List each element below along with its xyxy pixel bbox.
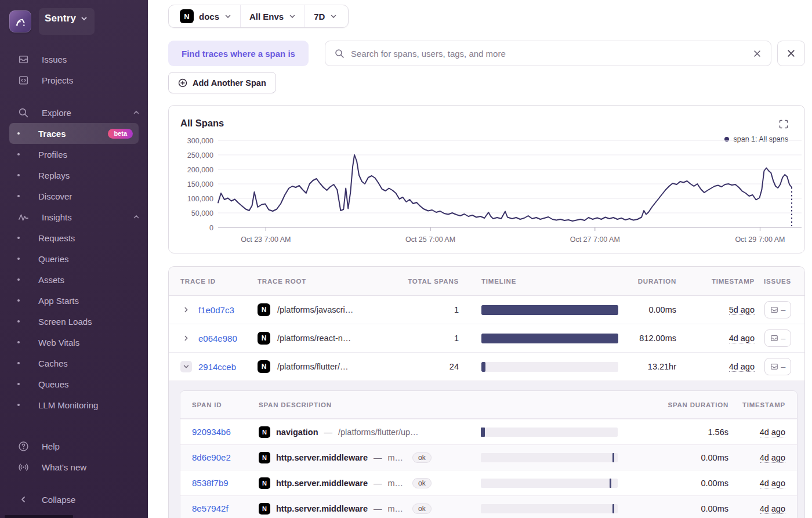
span-id-link[interactable]: 920934b6 xyxy=(192,427,259,437)
sidebar-item-label: Queues xyxy=(38,379,69,389)
find-traces-label[interactable]: Find traces where a span is xyxy=(168,41,309,66)
span-duration-value: 1.56s xyxy=(618,428,728,437)
sidebar-collapse-button[interactable]: Collapse xyxy=(0,489,148,510)
timeline-track xyxy=(481,334,618,343)
sidebar-item-queries[interactable]: Queries xyxy=(9,248,139,269)
sidebar-item-screen-loads[interactable]: Screen Loads xyxy=(9,311,139,332)
sentry-logo-icon xyxy=(9,10,31,32)
sidebar-item-queues[interactable]: Queues xyxy=(9,374,139,394)
issue-box-icon xyxy=(770,306,778,314)
span-table-header: SPAN ID SPAN DESCRIPTION SPAN DURATION T… xyxy=(180,391,797,419)
span-op: http.server.middleware xyxy=(276,504,368,513)
sidebar-item-label: Assets xyxy=(38,275,64,285)
status-badge: ok xyxy=(412,503,432,514)
total-spans-value: 1 xyxy=(401,305,459,314)
span-row: 8538f7b9 N http.server.middleware — m… o… xyxy=(180,470,797,495)
timeline-bar xyxy=(481,334,618,343)
search-input[interactable] xyxy=(351,49,746,59)
span-op: http.server.middleware xyxy=(276,453,368,462)
sidebar-item-whats-new[interactable]: What's new xyxy=(0,457,148,477)
trace-root-path: /platforms/flutter/… xyxy=(277,362,348,371)
span-id-link[interactable]: 8d6e90e2 xyxy=(192,452,259,462)
environment-name: All Envs xyxy=(249,12,284,21)
span-description: m… xyxy=(387,453,403,462)
sidebar-item-projects[interactable]: Projects xyxy=(0,70,148,90)
issues-count-button[interactable]: – xyxy=(764,301,791,318)
timestamp-link[interactable]: 4d ago xyxy=(729,362,755,372)
bullet-dot xyxy=(17,195,20,197)
status-badge: ok xyxy=(412,452,432,463)
sidebar-item-label: LLM Monitoring xyxy=(38,400,98,410)
trace-id-link[interactable]: f1e0d7c3 xyxy=(198,305,234,315)
collapse-row-button[interactable] xyxy=(180,361,192,372)
separator: — xyxy=(374,504,382,513)
nextjs-platform-icon: N xyxy=(258,332,270,345)
sidebar-item-assets[interactable]: Assets xyxy=(9,269,139,290)
bullet-dot xyxy=(17,153,20,155)
timestamp-link[interactable]: 4d ago xyxy=(760,504,785,514)
chevron-down-icon xyxy=(289,13,296,20)
sidebar-item-label: Collapse xyxy=(42,495,75,505)
timestamp-link[interactable]: 5d ago xyxy=(729,305,755,315)
span-id-link[interactable]: 8e57942f xyxy=(192,503,259,513)
timestamp-link[interactable]: 4d ago xyxy=(760,428,785,437)
span-duration-value: 0.00ms xyxy=(618,479,728,488)
remove-span-filter-button[interactable] xyxy=(777,41,805,66)
x-icon xyxy=(753,49,762,58)
sidebar-item-discover[interactable]: Discover xyxy=(9,186,139,207)
span-timeline-marker xyxy=(481,428,485,437)
timestamp-link[interactable]: 4d ago xyxy=(760,453,785,463)
trace-id-link[interactable]: e064e980 xyxy=(198,334,237,343)
span-timeline-marker xyxy=(612,453,614,462)
sidebar-item-llm-monitoring[interactable]: LLM Monitoring xyxy=(9,394,139,415)
timeline-bar xyxy=(481,362,485,372)
span-op: navigation xyxy=(276,428,318,437)
sidebar-section-insights[interactable]: Insights xyxy=(0,207,148,227)
sidebar-item-profiles[interactable]: Profiles xyxy=(9,144,139,165)
environment-selector[interactable]: All Envs xyxy=(240,5,304,27)
timestamp-link[interactable]: 4d ago xyxy=(760,479,785,488)
sidebar-item-caches[interactable]: Caches xyxy=(9,353,139,374)
org-switcher[interactable]: Sentry xyxy=(0,0,148,41)
org-dropdown-button[interactable]: Sentry xyxy=(39,8,95,35)
project-selector[interactable]: N docs xyxy=(171,5,240,27)
expand-row-button[interactable] xyxy=(180,332,192,344)
duration-value: 13.21hr xyxy=(618,362,676,371)
help-icon xyxy=(17,441,29,452)
issues-count-button[interactable]: – xyxy=(764,329,791,347)
col-span-id: SPAN ID xyxy=(192,401,259,408)
sidebar-item-requests[interactable]: Requests xyxy=(9,227,139,248)
sidebar-item-traces[interactable]: Traces beta xyxy=(9,123,139,144)
sidebar-item-help[interactable]: Help xyxy=(0,436,148,457)
sidebar-item-issues[interactable]: Issues xyxy=(0,49,148,70)
span-row: 8e57942f N http.server.middleware — m… o… xyxy=(180,495,797,518)
timeline-track xyxy=(481,362,618,372)
sidebar-section-explore[interactable]: Explore xyxy=(0,102,148,123)
issues-count-button[interactable]: – xyxy=(764,358,791,375)
nextjs-platform-icon: N xyxy=(258,360,270,373)
clear-search-button[interactable] xyxy=(753,49,762,58)
expanded-trace-spans: SPAN ID SPAN DESCRIPTION SPAN DURATION T… xyxy=(169,381,804,518)
svg-text:200,000: 200,000 xyxy=(187,166,213,174)
span-id-link[interactable]: 8538f7b9 xyxy=(192,478,259,488)
sidebar-item-label: Queries xyxy=(38,254,69,264)
span-op: http.server.middleware xyxy=(276,479,368,488)
add-another-span-button[interactable]: Add Another Span xyxy=(168,72,276,93)
total-spans-value: 24 xyxy=(401,362,459,371)
sidebar-item-web-vitals[interactable]: Web Vitals xyxy=(9,332,139,353)
chevron-left-icon xyxy=(17,495,29,503)
sidebar-item-replays[interactable]: Replays xyxy=(9,165,139,186)
sidebar-item-label: Projects xyxy=(42,75,73,85)
sidebar-item-app-starts[interactable]: App Starts xyxy=(9,290,139,311)
date-range-selector[interactable]: 7D xyxy=(304,5,346,27)
span-duration-value: 0.00ms xyxy=(618,504,728,513)
timestamp-link[interactable]: 4d ago xyxy=(729,334,755,343)
nextjs-platform-icon: N xyxy=(259,452,270,463)
trace-id-link[interactable]: 2914cceb xyxy=(198,362,236,372)
bullet-dot xyxy=(17,278,20,281)
expand-row-button[interactable] xyxy=(180,304,192,316)
col-span-description: SPAN DESCRIPTION xyxy=(259,401,481,408)
span-description: m… xyxy=(387,479,403,488)
x-icon xyxy=(786,49,796,58)
separator: — xyxy=(374,479,382,488)
